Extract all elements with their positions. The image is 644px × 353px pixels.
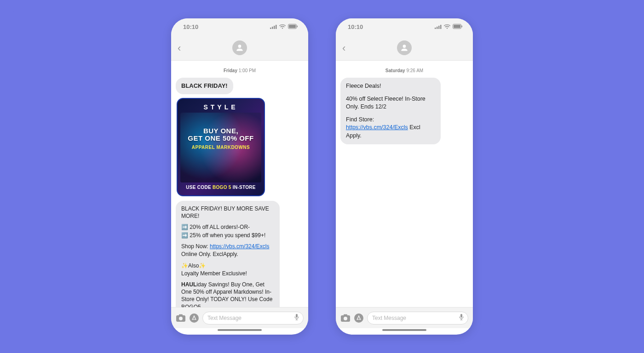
message-title: BLACK FRIDAY! — [181, 82, 228, 89]
shop-now-link[interactable]: https://vbs.cm/324/Excls — [210, 243, 269, 250]
text-line: Shop Now: https://vbs.cm/324/Excls — [181, 243, 274, 250]
wifi-icon — [444, 23, 450, 30]
microphone-icon[interactable] — [459, 313, 464, 322]
placeholder-text: Text Message — [372, 315, 406, 321]
message-list[interactable]: Saturday 9:26 AM Fleece Deals! 40% off S… — [336, 61, 473, 307]
avatar[interactable] — [232, 40, 247, 55]
svg-rect-11 — [296, 314, 298, 318]
phone-left: 10:10 ‹ Friday 1:00 PM BLACK FRIDAY! STY… — [171, 18, 308, 335]
nav-bar: ‹ — [171, 35, 308, 61]
message-list[interactable]: Friday 1:00 PM BLACK FRIDAY! STYLE BUY O… — [171, 61, 308, 307]
microphone-icon[interactable] — [294, 313, 299, 322]
status-icons — [270, 23, 298, 30]
svg-rect-14 — [438, 26, 440, 29]
app-store-icon[interactable] — [354, 313, 363, 323]
back-icon[interactable]: ‹ — [342, 43, 345, 53]
status-icons — [435, 23, 463, 30]
status-bar: 10:10 — [171, 18, 308, 35]
svg-rect-3 — [276, 25, 277, 29]
timestamp: Saturday 9:26 AM — [340, 68, 468, 73]
svg-rect-0 — [270, 28, 271, 29]
text-line: Find Store: https://vbs.cm/324/Excls Exc… — [346, 116, 435, 140]
text-line: ✨Also✨ — [181, 262, 274, 269]
svg-rect-23 — [460, 314, 462, 318]
battery-icon — [288, 23, 298, 30]
find-store-link[interactable]: https://vbs.cm/324/Excls — [346, 124, 408, 131]
input-bar: Text Message — [171, 307, 308, 328]
cellular-signal-icon — [435, 23, 442, 30]
camera-icon[interactable] — [176, 314, 186, 322]
message-input[interactable]: Text Message — [202, 312, 304, 325]
mms-promo-image[interactable]: STYLE BUY ONE, GET ONE 50% OFF APPAREL M… — [177, 98, 265, 196]
svg-point-10 — [190, 313, 199, 323]
svg-point-21 — [344, 317, 347, 320]
back-icon[interactable]: ‹ — [178, 43, 181, 53]
home-indicator — [336, 328, 473, 335]
svg-rect-15 — [440, 25, 442, 29]
status-time: 10:10 — [183, 23, 198, 30]
svg-rect-2 — [274, 26, 275, 29]
home-indicator — [171, 328, 308, 335]
text-line: BLACK FRIDAY! BUY MORE SAVE MORE! — [181, 205, 274, 220]
message-bubble: Fleece Deals! 40% off Select Fleece! In-… — [340, 78, 441, 144]
text-line: Online Only. ExclApply. — [181, 251, 274, 258]
promo-headline: BUY ONE, GET ONE 50% OFF — [178, 127, 264, 142]
svg-rect-1 — [272, 27, 273, 29]
avatar[interactable] — [397, 40, 412, 55]
svg-point-22 — [354, 313, 363, 323]
text-line: HAULiday Savings! Buy One, Get One 50% o… — [181, 281, 274, 307]
svg-point-9 — [179, 317, 183, 320]
message-bubble: BLACK FRIDAY! — [176, 78, 233, 94]
svg-rect-8 — [179, 314, 183, 315]
text-line: ➡️ 25% off when you spend $99+! — [181, 232, 274, 239]
svg-rect-20 — [344, 314, 347, 315]
svg-rect-18 — [462, 25, 463, 27]
canvas: 10:10 ‹ Friday 1:00 PM BLACK FRIDAY! STY… — [9, 9, 635, 344]
wifi-icon — [279, 23, 286, 30]
phone-right: 10:10 ‹ Saturday 9:26 AM Fleece Deals! 4… — [336, 18, 473, 335]
svg-rect-17 — [454, 25, 460, 28]
camera-icon[interactable] — [340, 314, 351, 322]
svg-rect-12 — [435, 28, 436, 29]
status-bar: 10:10 — [336, 18, 473, 35]
message-input[interactable]: Text Message — [367, 312, 468, 325]
app-store-icon[interactable] — [190, 313, 199, 323]
input-bar: Text Message — [336, 307, 473, 328]
text-line: Loyalty Member Exclusive! — [181, 270, 274, 277]
text-line: 40% off Select Fleece! In-Store Only. En… — [346, 95, 435, 111]
text-line: Fleece Deals! — [346, 82, 435, 91]
cellular-signal-icon — [270, 23, 277, 30]
timestamp: Friday 1:00 PM — [176, 68, 304, 73]
status-time: 10:10 — [348, 23, 363, 30]
promo-subhead: APPAREL MARKDOWNS — [178, 145, 264, 150]
svg-rect-6 — [297, 25, 298, 27]
battery-icon — [453, 23, 463, 30]
message-bubble: BLACK FRIDAY! BUY MORE SAVE MORE! ➡️ 20%… — [176, 201, 280, 307]
placeholder-text: Text Message — [207, 315, 242, 321]
text-line: ➡️ 20% off ALL orders!-OR- — [181, 223, 274, 231]
svg-rect-5 — [289, 25, 296, 28]
svg-rect-13 — [437, 27, 438, 29]
promo-logo: STYLE — [203, 103, 238, 111]
promo-code-line: USE CODE BOGO 5 IN-STORE — [178, 185, 264, 190]
nav-bar: ‹ — [336, 35, 473, 61]
